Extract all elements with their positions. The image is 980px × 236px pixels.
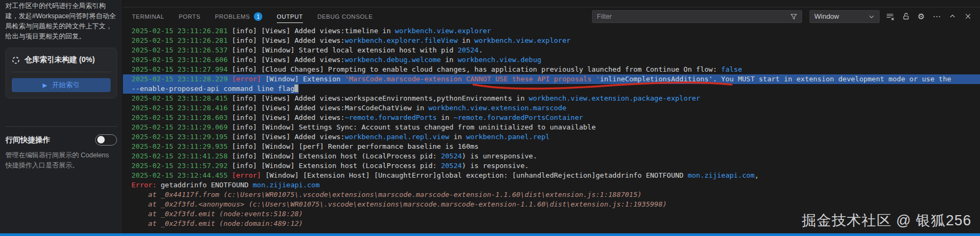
codelens-toggle[interactable]: [95, 134, 117, 146]
log-link[interactable]: 20524: [441, 162, 462, 170]
codelens-description: 管理在编辑器行间展示的 Codelens 快捷操作入口是否展示。: [5, 150, 117, 171]
log-text: 2025-02-15 23:11:26.537: [131, 46, 232, 54]
log-line[interactable]: at _0x2f3fd.<anonymous> (c:\Users\WR0107…: [123, 200, 980, 209]
log-text: 2025-02-15 23:11:29.935: [131, 142, 232, 150]
log-line[interactable]: at _0x44117f.from (c:\Users\WR01075\.vsc…: [123, 190, 980, 200]
log-text: ) is unresponsive.: [462, 152, 537, 160]
log-line[interactable]: --enable-proposed-api command line flag: [123, 84, 299, 94]
tab-terminal[interactable]: TERMINAL: [132, 7, 164, 25]
log-text: [Window] [Extension Host] [UncaughtError…: [261, 171, 688, 179]
clear-output-icon[interactable]: [885, 12, 895, 21]
log-text: [info] [Window] Extension host (LocalPro…: [232, 152, 441, 160]
log-link[interactable]: ~remote.forwardedPortsContainer: [454, 113, 584, 121]
log-text: getaddrinfo ENOTFOUND: [157, 181, 253, 189]
log-link[interactable]: 20524: [441, 152, 462, 160]
close-panel-icon[interactable]: [963, 12, 973, 21]
log-text: 2025-02-15 23:11:29.069: [131, 123, 232, 131]
log-link[interactable]: workbench.view.debug: [458, 56, 542, 64]
log-link[interactable]: workbench.panel.repl.view: [345, 133, 449, 141]
log-text: [error]: [232, 75, 261, 83]
log-line[interactable]: 2025-02-15 23:11:27.994 [info] [Cloud Ch…: [123, 65, 980, 74]
log-link[interactable]: workbench.view.explorer: [395, 27, 491, 35]
log-line[interactable]: 2025-02-15 23:11:57.292 [info] [Window] …: [123, 161, 980, 171]
log-text: 2025-02-15 23:12:44.455: [131, 171, 232, 179]
log-text: at _0x2f3fd.emit (node:events:518:28): [131, 210, 303, 218]
filter-icon: [790, 13, 798, 23]
log-link[interactable]: ~remote.forwardedPorts: [345, 113, 437, 121]
log-line[interactable]: 2025-02-15 23:11:26.537 [info] [Window] …: [123, 45, 980, 55]
settings-gear-icon[interactable]: ⚙: [916, 12, 926, 21]
divider: [12, 72, 111, 72]
log-text: [info] [Views] Added views:: [232, 133, 345, 141]
log-text: [info] [Views] Added views:MarsCodeChatV…: [232, 104, 429, 112]
log-text: [info] [Views] Added views:timeline in: [232, 27, 395, 35]
more-actions-icon[interactable]: ⋯: [932, 12, 942, 21]
log-text: .: [479, 46, 483, 54]
log-text: 2025-02-15 23:11:28.603: [131, 113, 232, 121]
tab-problems[interactable]: PROBLEMS1: [215, 7, 262, 25]
panel-actions: ⚙ ⋯: [885, 12, 973, 21]
log-link[interactable]: workbench.view.explorer: [475, 36, 571, 44]
output-log[interactable]: 2025-02-15 23:11:26.281 [info] [Views] A…: [123, 25, 980, 233]
vscode-window: 对工作区中的代码进行全局索引构建，发起#Workspace问答时将自动全局检索与…: [0, 0, 980, 236]
log-line[interactable]: 2025-02-15 23:11:28.603 [info] [Views] A…: [123, 113, 980, 123]
tab-debug-console[interactable]: DEBUG CONSOLE: [317, 7, 373, 25]
log-line[interactable]: 2025-02-15 23:11:28.415 [info] [Views] A…: [123, 94, 980, 103]
log-link[interactable]: workbench.panel.repl: [466, 133, 550, 141]
log-text: 2025-02-15 23:11:28.229: [131, 75, 232, 83]
tab-label: DEBUG CONSOLE: [317, 13, 373, 20]
log-line[interactable]: 2025-02-15 23:11:29.935 [info] [Window] …: [123, 142, 980, 151]
log-text: at _0x2f3fd.<anonymous> (c:\Users\WR0107…: [131, 200, 667, 208]
log-text: [info] [Window] [perf] Render performanc…: [232, 142, 479, 150]
log-line[interactable]: 2025-02-15 23:11:26.281 [info] [Views] A…: [123, 36, 980, 45]
log-text: [info] [Views] Added views:: [232, 56, 345, 64]
chevron-up-icon[interactable]: [947, 12, 957, 21]
log-link[interactable]: 20524: [457, 46, 478, 54]
tab-ports[interactable]: PORTS: [178, 7, 200, 25]
log-link[interactable]: workbench.debug.welcome: [345, 56, 441, 64]
log-line[interactable]: 2025-02-15 23:11:26.606 [info] [Views] A…: [123, 55, 980, 65]
log-line[interactable]: Error: getaddrinfo ENOTFOUND mon.zijieap…: [123, 180, 980, 190]
log-text: 2025-02-15 23:11:28.416: [131, 104, 232, 112]
codelens-section-title: 行间快捷操作: [5, 135, 50, 145]
log-link[interactable]: mon.zijieapi.com: [253, 181, 320, 189]
workspace-index-description: 对工作区中的代码进行全局索引构建，发起#Workspace问答时将自动全局检索与…: [5, 1, 117, 42]
repo-index-card: 仓库索引未构建 (0%) ▶ 开始索引: [5, 48, 117, 98]
watermark-text: 掘金技术社区 @ 银狐256: [802, 211, 971, 230]
log-line[interactable]: 2025-02-15 23:11:28.416 [info] [Views] A…: [123, 103, 980, 113]
status-bar: [0, 233, 980, 236]
log-link[interactable]: workbench.explorer.fileView: [345, 36, 457, 44]
log-text: 2025-02-15 23:11:26.606: [131, 56, 232, 64]
log-text: in: [449, 133, 466, 141]
problems-count-badge: 1: [254, 12, 262, 21]
log-link[interactable]: workbench.view.extension.package-explore…: [529, 94, 701, 102]
tab-output[interactable]: OUTPUT: [277, 7, 303, 25]
log-line[interactable]: 2025-02-15 23:11:26.281 [info] [Views] A…: [123, 26, 980, 36]
text-cursor: [294, 85, 298, 92]
log-line[interactable]: 2025-02-15 23:11:29.195 [info] [Views] A…: [123, 132, 980, 142]
log-line[interactable]: 2025-02-15 23:11:29.069 [info] [Window] …: [123, 123, 980, 132]
log-text: 2025-02-15 23:11:26.281: [131, 36, 232, 44]
log-text: 2025-02-15 23:11:27.994: [131, 65, 232, 73]
log-line[interactable]: 2025-02-15 23:11:28.229 [error] [Window]…: [123, 74, 980, 84]
start-index-button[interactable]: ▶ 开始索引: [12, 78, 111, 92]
chevron-down-icon: [868, 13, 875, 20]
toggle-knob: [97, 136, 105, 143]
log-link[interactable]: workbench.view.extension.marscode: [429, 104, 566, 112]
panel-header: TERMINALPORTSPROBLEMS1OUTPUTDEBUG CONSOL…: [123, 0, 980, 25]
log-link[interactable]: false: [721, 65, 742, 73]
log-line[interactable]: 2025-02-15 23:11:41.258 [info] [Window] …: [123, 151, 980, 161]
output-channel-select[interactable]: Window: [810, 10, 880, 23]
log-text: Error:: [131, 181, 157, 189]
tab-label: PORTS: [178, 13, 200, 20]
log-text: ,: [755, 171, 759, 179]
extension-sidebar: 对工作区中的代码进行全局索引构建，发起#Workspace问答时将自动全局检索与…: [0, 0, 123, 233]
tab-label: PROBLEMS: [215, 13, 250, 20]
unlock-icon[interactable]: [901, 12, 911, 21]
log-text: 2025-02-15 23:11:26.281: [131, 27, 232, 35]
filter-input[interactable]: [593, 11, 802, 22]
log-text: --enable-proposed-api command line flag: [131, 85, 294, 93]
log-line[interactable]: 2025-02-15 23:12:44.455 [error] [Window]…: [123, 171, 980, 180]
log-link[interactable]: mon.zijieapi.com: [688, 171, 755, 179]
log-text: in: [437, 113, 453, 121]
